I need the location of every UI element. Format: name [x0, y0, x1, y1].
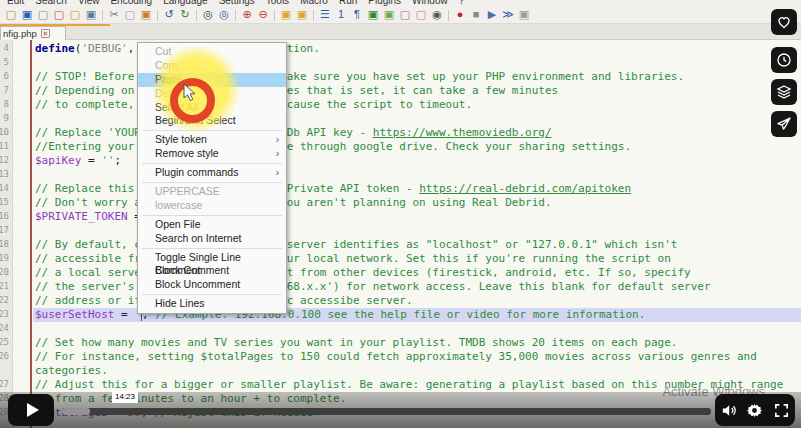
code-line[interactable]: 22// address or if c accessibe server. — [0, 294, 801, 308]
code-text: // a local serve t from other devices (f… — [35, 266, 691, 280]
line-number: 8 — [0, 98, 13, 112]
sync-horizontal-icon[interactable]: ▣ — [295, 8, 309, 22]
context-menu-item[interactable]: Toggle Single Line Comment — [138, 251, 286, 265]
context-menu-item[interactable]: Remove style› — [138, 147, 286, 161]
context-menu-item[interactable]: Style token› — [138, 133, 286, 147]
code-line[interactable]: 10// Replace 'YOUR Db API key - https://… — [0, 126, 801, 140]
share-button[interactable] — [771, 111, 797, 137]
sync-vertical-icon[interactable]: ▣ — [279, 8, 293, 22]
code-line[interactable]: 7// Depending on es that is set, it can … — [0, 84, 801, 98]
word-wrap-icon[interactable]: ☰ — [318, 8, 332, 22]
folder-workspace-icon[interactable]: ▢ — [414, 8, 428, 22]
menu-item[interactable]: Encoding — [110, 0, 152, 6]
macro-record-icon[interactable]: ● — [453, 8, 467, 22]
settings-gear-icon[interactable] — [746, 402, 763, 419]
new-file-icon[interactable]: ▢ — [4, 8, 18, 22]
tab-config-php[interactable]: nfig.php ✕ — [0, 26, 66, 40]
code-line[interactable]: 19// accessible fr ur local network. Set… — [0, 252, 801, 266]
seek-bar[interactable] — [62, 408, 711, 415]
code-line[interactable]: 20// a local serve t from other devices … — [0, 266, 801, 280]
show-all-characters-icon[interactable]: 1 — [334, 8, 348, 22]
monitoring-icon[interactable]: ◉ — [430, 8, 444, 22]
menu-item[interactable]: Macro — [300, 0, 328, 6]
context-menu-item[interactable]: Search on Internet — [138, 232, 286, 246]
code-line[interactable]: 17 — [0, 224, 801, 238]
code-line[interactable]: 8// to complete, cause the script to tim… — [0, 98, 801, 112]
tab-close-icon[interactable]: ✕ — [41, 29, 50, 38]
code-line[interactable]: 6// STOP! Before ake sure you have set u… — [0, 70, 801, 84]
close-all-icon[interactable]: ▢ — [68, 8, 82, 22]
toolbar-separator — [196, 10, 197, 21]
code-line[interactable]: 5 — [0, 56, 801, 70]
code-line[interactable]: 24 — [0, 322, 801, 336]
macro-stop-icon[interactable]: ■ — [469, 8, 483, 22]
line-number: 17 — [0, 224, 13, 238]
redo-icon[interactable]: ↻ — [178, 8, 192, 22]
line-number: 10 — [0, 126, 13, 140]
code-line[interactable]: 23$userSetHost = '; // Example: 192.168.… — [0, 308, 801, 322]
line-number: 26 — [0, 350, 13, 364]
menu-item[interactable]: Edit — [7, 0, 24, 6]
menu-item[interactable]: Run — [339, 0, 357, 6]
paste-icon[interactable]: ▣ — [139, 8, 153, 22]
code-line[interactable]: 13 — [0, 168, 801, 182]
context-menu-item[interactable]: Plugin commands› — [138, 166, 286, 180]
replace-icon[interactable]: ◎ — [217, 8, 231, 22]
code-line[interactable]: 15// Don't worry a ou aren't planning on… — [0, 196, 801, 210]
cut-icon[interactable]: ✂ — [107, 8, 121, 22]
macro-save-icon[interactable]: ▣ — [517, 8, 531, 22]
fullscreen-icon[interactable] — [773, 402, 790, 419]
macro-play-icon[interactable]: ▶ — [485, 8, 499, 22]
history-button[interactable] — [771, 47, 797, 73]
function-list-icon[interactable]: ▣ — [366, 8, 380, 22]
zoom-in-icon[interactable]: ⊕ — [240, 8, 254, 22]
find-icon[interactable]: ◎ — [201, 8, 215, 22]
code-line[interactable]: 12$apiKey = ''; — [0, 154, 801, 168]
document-map-icon[interactable]: ▣ — [382, 8, 396, 22]
menu-item[interactable]: Window — [412, 0, 448, 6]
volume-icon[interactable] — [720, 402, 737, 419]
code-line[interactable]: 21// the server's 68.x.x') for network a… — [0, 280, 801, 294]
menu-item[interactable]: Search — [35, 0, 67, 6]
menu-item[interactable]: Language — [163, 0, 208, 6]
code-editor[interactable]: 4define('DEBUG', tion.56// STOP! Before … — [0, 40, 801, 428]
code-line[interactable]: 9 — [0, 112, 801, 126]
context-menu-item[interactable]: Open File — [138, 218, 286, 232]
line-number: 22 — [0, 294, 13, 308]
indent-guide-icon[interactable]: ¶ — [350, 8, 364, 22]
line-number: 5 — [0, 56, 13, 70]
menu-item[interactable]: ? — [459, 0, 465, 6]
menu-item[interactable]: Tools — [266, 0, 289, 6]
context-menu-separator — [142, 294, 282, 295]
menu-item[interactable]: Settings — [219, 0, 255, 6]
macro-run-multiple-icon[interactable]: ≫ — [501, 8, 515, 22]
context-menu-item[interactable]: Block Comment — [138, 264, 286, 278]
toolbar: ▢▣▢▢▢▣✂▢▣↺↻◎◎⊕⊖▣▣☰1¶▣▣▢▢◉●■▶≫▣ — [0, 7, 801, 24]
menu-item[interactable]: Plugins — [368, 0, 401, 6]
undo-icon[interactable]: ↺ — [162, 8, 176, 22]
layers-button[interactable] — [771, 79, 797, 105]
copy-icon[interactable]: ▢ — [123, 8, 137, 22]
save-icon[interactable]: ▣ — [20, 8, 34, 22]
submenu-arrow-icon: › — [276, 166, 279, 180]
context-menu-separator — [142, 163, 282, 164]
zoom-out-icon[interactable]: ⊖ — [256, 8, 270, 22]
close-icon[interactable]: ▢ — [52, 8, 66, 22]
code-line[interactable]: categories. — [0, 364, 801, 378]
code-line[interactable]: 11//Entering your e through google drive… — [0, 140, 801, 154]
print-icon[interactable]: ▣ — [84, 8, 98, 22]
code-text: // Depending on es that is set, it can t… — [35, 84, 558, 98]
menu-item[interactable]: View — [78, 0, 100, 6]
code-line[interactable]: 18// By default, c server identifies as … — [0, 238, 801, 252]
context-menu-item[interactable]: Block Uncomment — [138, 278, 286, 292]
code-line[interactable]: 26// For instance, setting $totalPages t… — [0, 350, 801, 364]
context-menu-item[interactable]: Hide Lines — [138, 297, 286, 311]
document-list-icon[interactable]: ▢ — [398, 8, 412, 22]
code-line[interactable]: 4define('DEBUG', tion. — [0, 42, 801, 56]
code-line[interactable]: 25// Set how many movies and TV series y… — [0, 336, 801, 350]
save-all-icon[interactable]: ▢ — [36, 8, 50, 22]
code-line[interactable]: 14// Replace this Private API token - ht… — [0, 182, 801, 196]
favorite-button[interactable] — [771, 9, 797, 35]
play-button[interactable] — [8, 394, 54, 426]
code-line[interactable]: 16$PRIVATE_TOKEN = — [0, 210, 801, 224]
